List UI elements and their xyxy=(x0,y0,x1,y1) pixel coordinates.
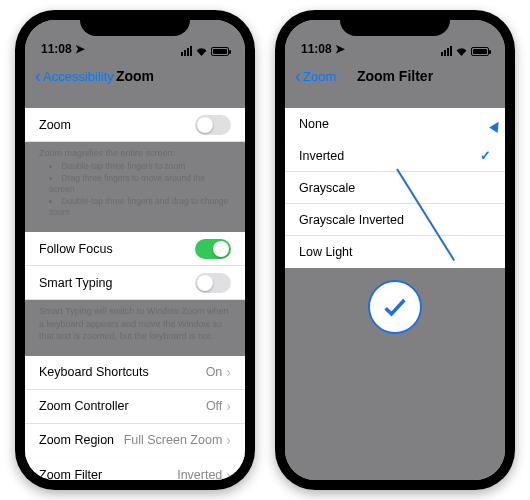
option-label: Inverted xyxy=(299,149,344,163)
option-label: Grayscale xyxy=(299,181,355,195)
option-label: None xyxy=(299,117,329,131)
chevron-left-icon: ‹ xyxy=(35,67,41,85)
follow-focus-toggle[interactable] xyxy=(195,239,231,259)
follow-focus-row[interactable]: Follow Focus xyxy=(25,232,245,266)
chevron-right-icon: › xyxy=(226,398,231,414)
phone-left: 11:08 ➤ ‹ Accessibility Zoom Zoom Z xyxy=(15,10,255,490)
status-right xyxy=(441,46,489,56)
keyboard-shortcuts-row[interactable]: Keyboard Shortcuts On› xyxy=(25,356,245,390)
checkmark-icon xyxy=(381,293,409,321)
zoom-controller-row[interactable]: Zoom Controller Off› xyxy=(25,390,245,424)
chevron-right-icon: › xyxy=(226,467,231,480)
keyboard-shortcuts-label: Keyboard Shortcuts xyxy=(39,365,149,379)
nav-bar: ‹ Accessibility Zoom xyxy=(25,58,245,94)
notch xyxy=(80,10,190,36)
zoom-filter-row[interactable]: Zoom Filter Inverted› xyxy=(25,458,245,480)
status-time: 11:08 ➤ xyxy=(301,42,345,56)
zoom-controller-label: Zoom Controller xyxy=(39,399,129,413)
page-title: Zoom Filter xyxy=(357,68,433,84)
wifi-icon xyxy=(455,46,468,56)
nav-bar: ‹ Zoom Zoom Filter xyxy=(285,58,505,94)
checkmark-icon: ✓ xyxy=(480,148,491,163)
status-right xyxy=(181,46,229,56)
zoom-region-row[interactable]: Zoom Region Full Screen Zoom› xyxy=(25,424,245,458)
option-none[interactable]: None xyxy=(285,108,505,140)
zoom-label: Zoom xyxy=(39,118,71,132)
back-button[interactable]: ‹ Accessibility xyxy=(35,58,114,94)
cellular-icon xyxy=(441,46,452,56)
status-time: 11:08 ➤ xyxy=(41,42,85,56)
phone-right: 11:08 ➤ ‹ Zoom Zoom Filter None Inverted xyxy=(275,10,515,490)
page-title: Zoom xyxy=(116,68,154,84)
zoom-controller-value: Off xyxy=(206,399,222,413)
option-grayscale-inverted[interactable]: Grayscale Inverted xyxy=(285,204,505,236)
smart-typing-help: Smart Typing will switch to Window Zoom … xyxy=(25,300,245,341)
screen-zoom-filter: 11:08 ➤ ‹ Zoom Zoom Filter None Inverted xyxy=(285,20,505,480)
screen-zoom-settings: 11:08 ➤ ‹ Accessibility Zoom Zoom Z xyxy=(25,20,245,480)
location-icon: ➤ xyxy=(75,42,85,56)
zoom-toggle[interactable] xyxy=(195,115,231,135)
zoom-filter-label: Zoom Filter xyxy=(39,468,102,480)
zoom-region-label: Zoom Region xyxy=(39,433,114,447)
option-label: Low Light xyxy=(299,245,353,259)
callout-checkmark xyxy=(368,280,422,334)
zoom-region-value: Full Screen Zoom xyxy=(124,433,223,447)
back-button[interactable]: ‹ Zoom xyxy=(295,58,336,94)
notch xyxy=(340,10,450,36)
zoom-help: Zoom magnifies the entire screen: Double… xyxy=(25,142,245,218)
smart-typing-label: Smart Typing xyxy=(39,276,112,290)
chevron-left-icon: ‹ xyxy=(295,67,301,85)
option-inverted[interactable]: Inverted ✓ xyxy=(285,140,505,172)
chevron-right-icon: › xyxy=(226,432,231,448)
location-icon: ➤ xyxy=(335,42,345,56)
option-label: Grayscale Inverted xyxy=(299,213,404,227)
keyboard-shortcuts-value: On xyxy=(206,365,223,379)
option-grayscale[interactable]: Grayscale xyxy=(285,172,505,204)
zoom-filter-value: Inverted xyxy=(177,468,222,480)
battery-icon xyxy=(471,47,489,56)
back-label: Accessibility xyxy=(43,69,114,84)
smart-typing-row[interactable]: Smart Typing xyxy=(25,266,245,300)
smart-typing-toggle[interactable] xyxy=(195,273,231,293)
back-label: Zoom xyxy=(303,69,336,84)
follow-focus-label: Follow Focus xyxy=(39,242,113,256)
zoom-toggle-row[interactable]: Zoom xyxy=(25,108,245,142)
wifi-icon xyxy=(195,46,208,56)
battery-icon xyxy=(211,47,229,56)
chevron-right-icon: › xyxy=(226,364,231,380)
cellular-icon xyxy=(181,46,192,56)
option-low-light[interactable]: Low Light xyxy=(285,236,505,268)
